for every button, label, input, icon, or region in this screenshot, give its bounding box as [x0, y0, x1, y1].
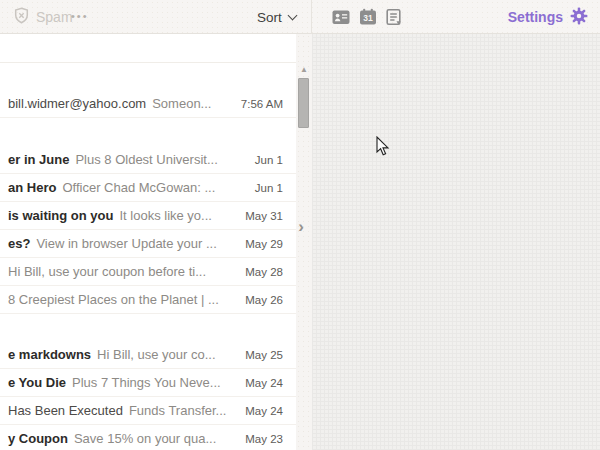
email-date: May 24 [237, 377, 283, 389]
email-list-item[interactable]: bill.widmer@yahoo.com Someon... 7:56 AM [0, 90, 296, 118]
mouse-cursor-icon [376, 136, 390, 161]
email-list-item[interactable]: Has Been Executed Funds Transfer... May … [0, 397, 296, 425]
email-group-0: bill.widmer@yahoo.com Someon... 7:56 AM [0, 90, 296, 118]
more-options-button[interactable]: ••• [71, 5, 89, 27]
email-date: 7:56 AM [233, 98, 283, 110]
email-date: May 28 [237, 266, 283, 278]
list-divider [0, 62, 296, 63]
email-subject: bill.widmer@yahoo.com [8, 96, 146, 111]
email-snippet: Someon... [152, 96, 211, 111]
email-date: May 23 [237, 433, 283, 445]
email-list-item[interactable]: e markdowns Hi Bill, use your co... May … [0, 341, 296, 369]
settings-button-label: Settings [508, 9, 563, 25]
spam-button-label: Spam [36, 9, 73, 25]
email-date: Jun 1 [247, 182, 283, 194]
email-snippet: Plus 8 Oldest Universit... [75, 152, 217, 167]
email-list-panel: bill.widmer@yahoo.com Someon... 7:56 AM … [0, 34, 296, 450]
email-snippet: 8 Creepiest Places on the Planet | ... [8, 292, 219, 307]
email-subject: is waiting on you [8, 208, 113, 223]
email-subject: Has Been Executed [8, 403, 123, 418]
calendar-icon[interactable]: 31 [359, 8, 377, 26]
calendar-day-label: 31 [363, 13, 373, 23]
email-snippet: Officer Chad McGowan: ... [62, 180, 215, 195]
email-subject: e markdowns [8, 347, 91, 362]
email-date: Jun 1 [247, 154, 283, 166]
contacts-icon[interactable] [332, 8, 350, 26]
chevron-down-icon [287, 10, 297, 20]
reading-pane [312, 34, 600, 450]
email-subject: an Hero [8, 180, 56, 195]
toolbar: Spam ••• Sort 31 [0, 0, 600, 34]
scrollbar-thumb[interactable] [298, 78, 309, 128]
email-list-item[interactable]: 8 Creepiest Places on the Planet | ... M… [0, 286, 296, 314]
email-date: May 25 [237, 349, 283, 361]
email-snippet: View in browser Update your ... [36, 236, 216, 251]
email-group-1: er in June Plus 8 Oldest Universit... Ju… [0, 146, 296, 314]
email-subject: y Coupon [8, 431, 68, 446]
email-list-item[interactable]: es? View in browser Update your ... May … [0, 230, 296, 258]
email-list-item[interactable]: y Coupon Save 15% on your qua... May 23 [0, 425, 296, 450]
sort-button[interactable]: Sort [257, 6, 296, 28]
email-date: May 31 [237, 210, 283, 222]
email-list-item[interactable]: is waiting on you It looks like yo... Ma… [0, 202, 296, 230]
email-list-item[interactable]: an Hero Officer Chad McGowan: ... Jun 1 [0, 174, 296, 202]
email-date: May 29 [237, 238, 283, 250]
mail-app-window: Spam ••• Sort 31 [0, 0, 600, 450]
email-snippet: Plus 7 Things You Neve... [72, 375, 221, 390]
email-subject: er in June [8, 152, 69, 167]
expand-pane-handle[interactable]: › [293, 216, 309, 238]
email-date: May 24 [237, 405, 283, 417]
email-group-2: e markdowns Hi Bill, use your co... May … [0, 341, 296, 450]
settings-button[interactable]: Settings [508, 6, 588, 28]
email-date: May 26 [237, 294, 283, 306]
email-snippet: Hi Bill, use your coupon before ti... [8, 264, 206, 279]
sort-button-label: Sort [257, 10, 282, 25]
notepad-icon[interactable] [385, 8, 403, 26]
email-subject: e You Die [8, 375, 66, 390]
shield-icon [13, 7, 30, 27]
gear-icon [570, 7, 588, 28]
email-list-item[interactable]: Hi Bill, use your coupon before ti... Ma… [0, 258, 296, 286]
email-subject: es? [8, 236, 30, 251]
three-dots-icon: ••• [71, 10, 89, 22]
email-snippet: Funds Transfer... [129, 403, 227, 418]
email-list-item[interactable]: er in June Plus 8 Oldest Universit... Ju… [0, 146, 296, 174]
email-snippet: It looks like yo... [119, 208, 211, 223]
email-snippet: Save 15% on your qua... [74, 431, 216, 446]
email-snippet: Hi Bill, use your co... [97, 347, 216, 362]
toolbar-divider [311, 0, 312, 34]
spam-button[interactable]: Spam [13, 6, 73, 28]
scrollbar-up-arrow[interactable]: ▲ [298, 64, 310, 76]
email-list-item[interactable]: e You Die Plus 7 Things You Neve... May … [0, 369, 296, 397]
